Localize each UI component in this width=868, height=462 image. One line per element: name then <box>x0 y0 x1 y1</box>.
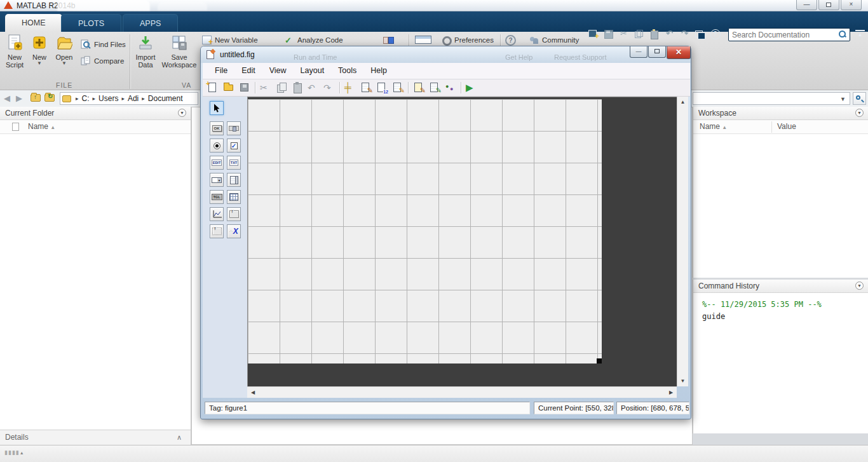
column-divider[interactable] <box>771 121 772 133</box>
breadcrumb-segment[interactable]: Users <box>98 94 118 103</box>
guide-minimize-button[interactable]: — <box>630 46 648 58</box>
open-button[interactable]: Open ▼ <box>52 34 76 66</box>
community-button[interactable]: Community <box>529 36 579 44</box>
address-field-right[interactable]: ▼ <box>693 92 850 105</box>
tab-plots[interactable]: PLOTS <box>61 14 121 32</box>
new-shortcut-icon[interactable] <box>587 29 599 39</box>
restore-button[interactable] <box>818 0 839 10</box>
analyze-code-button[interactable]: Analyze Code <box>285 36 343 44</box>
breadcrumb-segment[interactable]: Document <box>148 94 183 103</box>
history-entry[interactable]: %-- 11/29/2015 5:35 PM --% <box>702 299 868 311</box>
scroll-up-icon[interactable]: ▲ <box>677 99 688 105</box>
scroll-left-icon[interactable]: ◀ <box>250 390 256 395</box>
panel-menu-icon[interactable]: ▼ <box>178 109 186 117</box>
table-tool[interactable] <box>227 190 241 204</box>
switch-windows-icon[interactable] <box>694 29 706 39</box>
radio-button-tool[interactable] <box>210 139 224 153</box>
property-inspector-icon[interactable]: ✎ <box>429 82 440 93</box>
object-browser-icon[interactable]: ●● <box>445 82 456 93</box>
select-tool[interactable] <box>210 101 224 115</box>
copy-icon[interactable] <box>633 29 645 39</box>
undo-icon[interactable] <box>663 29 675 39</box>
listbox-tool[interactable] <box>227 173 241 187</box>
scroll-right-icon[interactable]: ▶ <box>668 390 674 395</box>
panel-tool[interactable]: T <box>227 207 241 221</box>
new-variable-button[interactable]: New Variable <box>202 36 258 44</box>
collapse-chevron-icon[interactable]: ∧ <box>177 430 182 445</box>
save-workspace-button[interactable]: Save Workspace <box>160 34 198 69</box>
menu-help[interactable]: Help <box>363 63 394 79</box>
breadcrumb-segment[interactable]: Adi <box>128 94 139 103</box>
save-icon[interactable] <box>602 29 614 39</box>
save-figure-icon[interactable] <box>239 82 250 93</box>
cut-icon[interactable] <box>618 29 630 39</box>
layout-button[interactable] <box>415 36 431 44</box>
details-bar[interactable]: Details ∧ <box>0 430 191 445</box>
cut-icon[interactable]: ✂ <box>260 82 271 93</box>
minimize-button[interactable]: — <box>796 0 817 10</box>
run-figure-icon[interactable]: ▶ <box>466 82 477 93</box>
command-history-list[interactable]: %-- 11/29/2015 5:35 PM --%guide <box>693 294 868 433</box>
import-data-button[interactable]: Import Data <box>131 34 160 69</box>
toolbar-editor-icon[interactable]: ✎ <box>392 82 403 93</box>
tab-home[interactable]: HOME <box>5 14 62 32</box>
redo-icon[interactable] <box>679 29 691 39</box>
slider-tool[interactable] <box>227 121 241 135</box>
new-button[interactable]: New ▼ <box>28 34 51 66</box>
tab-apps[interactable]: APPS <box>123 14 178 32</box>
find-files-button[interactable]: Find Files <box>81 39 126 50</box>
history-entry[interactable]: guide <box>702 311 868 323</box>
collapse-ribbon-icon[interactable]: ▲ <box>855 30 865 38</box>
static-text-tool[interactable]: TXT <box>227 156 241 170</box>
push-button-tool[interactable]: OK <box>210 121 224 135</box>
redo-icon[interactable]: ↷ <box>323 82 335 93</box>
tab-order-editor-icon[interactable]: 12 <box>376 82 388 93</box>
forward-icon[interactable]: ▶ <box>16 93 22 103</box>
axes-tool[interactable] <box>210 207 224 221</box>
help-icon[interactable] <box>709 29 721 39</box>
status-grip-icon[interactable]: ▮▮▮▮▲ <box>4 449 25 456</box>
open-figure-icon[interactable] <box>223 82 234 93</box>
back-icon[interactable]: ◀ <box>4 93 10 103</box>
workspace-column-header[interactable]: Name ▲ Value <box>693 120 868 134</box>
new-figure-icon[interactable]: + <box>207 82 219 93</box>
chevron-down-icon[interactable]: ▼ <box>840 96 846 102</box>
scroll-down-icon[interactable]: ▼ <box>677 378 688 384</box>
guide-close-button[interactable]: ✕ <box>667 46 691 59</box>
help-button[interactable] <box>505 36 515 44</box>
menu-editor-icon[interactable]: ✎ <box>360 82 372 93</box>
search-folder-button[interactable] <box>853 92 866 105</box>
activex-control-tool[interactable]: ∴X <box>227 224 241 238</box>
edit-text-tool[interactable]: EDIT <box>210 156 224 170</box>
search-documentation-input[interactable] <box>732 29 834 40</box>
guide-maximize-button[interactable] <box>648 46 666 58</box>
current-folder-column-header[interactable]: Name ▲ <box>0 120 191 134</box>
new-script-button[interactable]: New Script <box>1 34 28 69</box>
horizontal-scrollbar[interactable]: ◀ ▶ <box>247 386 677 398</box>
close-button[interactable]: × <box>841 0 862 10</box>
guide-title-bar[interactable]: untitled.fig — ✕ <box>201 46 691 63</box>
up-one-level-icon[interactable] <box>31 94 41 102</box>
menu-file[interactable]: File <box>208 63 234 79</box>
paste-icon[interactable] <box>648 29 660 39</box>
preferences-button[interactable]: Preferences <box>442 36 494 44</box>
paste-icon[interactable] <box>292 82 303 93</box>
compare-button[interactable]: Compare <box>81 56 124 66</box>
menu-view[interactable]: View <box>262 63 294 79</box>
align-objects-icon[interactable]: ╪ <box>344 82 356 93</box>
undo-icon[interactable]: ↶ <box>308 82 319 93</box>
toggle-button-tool[interactable]: TGL <box>210 190 224 204</box>
browse-folder-icon[interactable] <box>44 94 55 102</box>
button-group-tool[interactable]: T <box>210 224 224 238</box>
panel-menu-icon[interactable]: ▼ <box>855 282 864 290</box>
popup-menu-tool[interactable]: ▾ <box>210 173 224 187</box>
vertical-scrollbar[interactable]: ▲ ▼ <box>677 97 688 386</box>
breadcrumb[interactable]: ▸C:▸Users▸Adi▸Document <box>60 92 198 105</box>
open-dropdown-icon[interactable]: ▼ <box>52 61 76 66</box>
figure-resize-handle[interactable] <box>597 358 602 363</box>
new-dropdown-icon[interactable]: ▼ <box>28 61 51 66</box>
simulink-icon[interactable] <box>383 36 393 44</box>
menu-edit[interactable]: Edit <box>234 63 262 79</box>
editor-icon[interactable]: ✎ <box>413 82 424 93</box>
breadcrumb-segment[interactable]: C: <box>82 94 90 103</box>
